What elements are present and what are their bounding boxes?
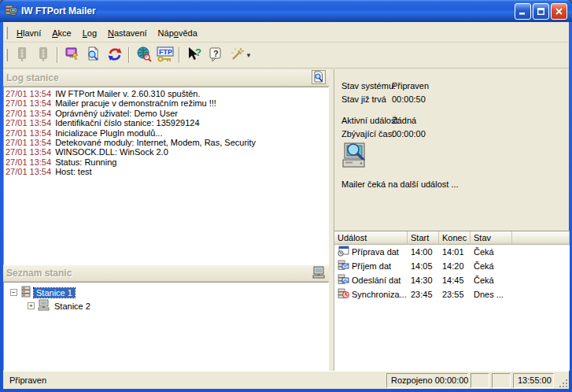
- tree-label[interactable]: Stanice 1: [34, 288, 75, 298]
- log-entry: 27/01 13:54Oprávněný uživatel: Demo User: [6, 109, 327, 118]
- statusbar-empty-panel: [492, 373, 511, 388]
- menu-bar: Hlavní Akce Log Nastavení Nápověda: [3, 24, 569, 43]
- ftp-key-icon: FTP: [156, 46, 175, 65]
- tree-label[interactable]: Stanice 2: [52, 301, 93, 311]
- log-entry: 27/01 13:54WINSOCK.DLL: WinSock 2.0: [6, 147, 327, 157]
- svg-text:?: ?: [195, 46, 201, 58]
- menu-log[interactable]: Log: [77, 26, 102, 40]
- traffic-light-go-icon: [13, 46, 31, 65]
- view-log-button[interactable]: [83, 46, 103, 65]
- column-header-filler: [512, 231, 570, 245]
- stations-panel-header: Seznam stanic: [3, 265, 329, 282]
- statusbar-empty-panel: [471, 373, 489, 388]
- table-row[interactable]: Odeslání dat 14:30 14:45 Čeká: [334, 273, 570, 287]
- duration-value: 00:00:50: [392, 94, 426, 104]
- menu-hlavni[interactable]: Hlavní: [11, 26, 46, 40]
- statusbar-connection: Rozpojeno 00:00:00: [386, 373, 468, 388]
- traffic-light-stop-icon: [35, 46, 52, 65]
- wizard-button[interactable]: [227, 46, 246, 65]
- mail-receive-icon: [338, 260, 349, 272]
- log-entry: 27/01 13:54Status: Running: [6, 157, 327, 167]
- log-list[interactable]: 27/01 13:54IW FTPort Mailer v. 2.60.310 …: [3, 87, 329, 265]
- column-header-konec[interactable]: Konec: [439, 231, 471, 245]
- magic-wand-icon: [228, 46, 245, 65]
- start-button-disabled: [12, 46, 31, 65]
- log-entry: 27/01 13:54Inicializace PlugIn modulů...: [6, 128, 327, 138]
- log-entry: 27/01 13:54Host: test: [6, 167, 327, 176]
- document-magnifier-icon: [85, 46, 102, 65]
- menu-drag-grip[interactable]: [6, 27, 8, 39]
- toolbar: FTP ? ? ▼: [3, 43, 569, 68]
- log-entry: 27/01 13:54Identifikační číslo stanice: …: [6, 118, 327, 128]
- server-icon: [20, 286, 31, 299]
- table-row[interactable]: Příprava dat 14:00 14:01 Čeká: [334, 245, 570, 259]
- statusbar-state: Připraven: [5, 373, 384, 388]
- internet-button[interactable]: [134, 46, 153, 65]
- maximize-button[interactable]: [533, 3, 549, 20]
- expand-icon[interactable]: +: [28, 302, 35, 309]
- log-entry: 27/01 13:54Mailer pracuje v demonstrační…: [6, 98, 327, 108]
- active-event-value: Žádná: [392, 116, 416, 125]
- svg-text:FTP: FTP: [159, 48, 172, 56]
- tree-item-stanice-1[interactable]: − Stanice 1: [4, 286, 328, 299]
- computer-search-icon: [341, 142, 371, 173]
- stations-tree[interactable]: − Stanice 1 + Stanice 2: [3, 282, 329, 371]
- table-row[interactable]: Příjem dat 14:05 14:20 Čeká: [334, 259, 570, 273]
- wizard-dropdown-arrow[interactable]: ▼: [245, 52, 253, 59]
- app-icon: [5, 4, 17, 18]
- log-panel-title: Log stanice: [6, 72, 312, 83]
- help-button[interactable]: ?: [205, 46, 225, 65]
- toolbar-separator: [57, 47, 58, 63]
- menu-nastaveni[interactable]: Nastavení: [102, 26, 153, 40]
- log-zoom-icon[interactable]: [312, 70, 326, 86]
- collapse-icon[interactable]: −: [10, 289, 17, 296]
- toolbar-separator: [128, 47, 130, 63]
- help-box-icon: ?: [207, 46, 224, 65]
- remaining-time-label: Zbývající čas:: [341, 129, 394, 139]
- window-title: IW FTPort Mailer: [21, 6, 513, 17]
- menu-napoveda[interactable]: Nápověda: [153, 26, 203, 40]
- svg-text:?: ?: [213, 49, 219, 58]
- events-table-header: Událost Start Konec Stav: [334, 231, 570, 245]
- table-row[interactable]: Synchroniza... 23:45 23:55 Dnes ...: [334, 287, 570, 301]
- log-entry: 27/01 13:54Detekované moduly: Internet, …: [6, 138, 327, 147]
- window-clock-icon: [338, 246, 349, 258]
- events-table[interactable]: Událost Start Konec Stav Příprava dat 14…: [334, 231, 570, 371]
- sync-clock-icon: [338, 288, 349, 301]
- app-window: IW FTPort Mailer Hlavní Akce Log Nastave…: [0, 0, 572, 392]
- status-panel: Stav systému: Připraven Stav již trvá 00…: [334, 69, 569, 371]
- stop-button-disabled: [33, 46, 53, 65]
- refresh-arrows-icon: [106, 46, 124, 65]
- waiting-text: Mailer čeká na další událost ...: [341, 179, 459, 189]
- system-state-label: Stav systému:: [341, 81, 396, 91]
- toolbar-separator: [179, 47, 180, 63]
- remaining-time-value: 00:00:00: [392, 129, 426, 139]
- resize-grip[interactable]: [558, 378, 569, 389]
- status-bar: Připraven Rozpojeno 00:00:00 13:55:00: [3, 371, 569, 389]
- log-entry: 27/01 13:54IW FTPort Mailer v. 2.60.310 …: [6, 89, 327, 98]
- column-header-stav[interactable]: Stav: [471, 231, 512, 245]
- column-header-udalost[interactable]: Událost: [334, 231, 408, 245]
- stations-panel-title: Seznam stanic: [6, 268, 312, 279]
- minimize-button[interactable]: [515, 3, 531, 20]
- connect-monitor-icon: [64, 46, 81, 65]
- connect-button[interactable]: [62, 46, 82, 65]
- toolbar-drag-grip[interactable]: [6, 49, 8, 61]
- globe-search-icon: [135, 46, 153, 65]
- menu-akce[interactable]: Akce: [46, 26, 76, 40]
- mail-send-icon: [338, 274, 349, 287]
- computer-icon: [38, 299, 50, 312]
- system-state-value: Připraven: [392, 81, 429, 91]
- title-bar[interactable]: IW FTPort Mailer: [0, 0, 572, 22]
- close-button[interactable]: [551, 3, 567, 20]
- column-header-start[interactable]: Start: [408, 231, 439, 245]
- duration-label: Stav již trvá: [341, 94, 386, 104]
- help-arrow-icon: ?: [186, 46, 203, 65]
- ftp-settings-button[interactable]: FTP: [155, 46, 175, 65]
- log-panel-header: Log stanice: [3, 70, 329, 87]
- refresh-button[interactable]: [105, 46, 124, 65]
- statusbar-clock: 13:55:00: [513, 373, 554, 388]
- stations-computer-icon[interactable]: [312, 265, 326, 281]
- context-help-button[interactable]: ?: [184, 46, 204, 65]
- tree-item-stanice-2[interactable]: + Stanice 2: [4, 299, 328, 312]
